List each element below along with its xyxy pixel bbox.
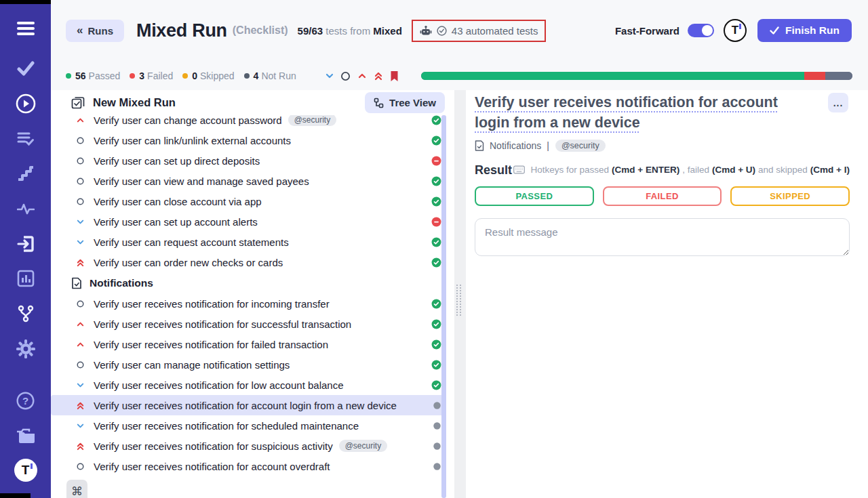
status-passed-icon xyxy=(431,257,441,268)
priority-higher-icon xyxy=(75,257,85,268)
test-plans-list-icon[interactable] xyxy=(0,127,51,150)
app-window: ? T « Runs Mixed Run (Checklist) 59/63 t… xyxy=(0,0,868,498)
test-row[interactable]: Verify user can order new checks or card… xyxy=(51,252,446,272)
test-title: Verify user can set up direct deposits xyxy=(94,155,260,167)
test-title: Verify user receives notification for su… xyxy=(94,440,333,452)
run-pane-header: New Mixed Run Tree View xyxy=(51,90,450,115)
test-row[interactable]: Verify user can link/unlink external acc… xyxy=(51,130,446,150)
test-list: Verify user can change account password@… xyxy=(51,115,446,498)
test-title: Verify user can request account statemen… xyxy=(94,236,289,248)
priority-normal-icon xyxy=(75,177,85,186)
status-notrun-icon xyxy=(433,442,441,451)
test-row[interactable]: Verify user receives notification for su… xyxy=(51,314,446,334)
priority-normal-icon xyxy=(75,157,85,165)
circle-check-icon xyxy=(437,26,447,36)
tests-check-icon[interactable] xyxy=(0,57,51,80)
account-logo-button[interactable]: T xyxy=(724,19,747,42)
status-notrun-icon xyxy=(433,421,441,430)
priority-normal-icon xyxy=(75,136,85,145)
projects-folder-icon[interactable] xyxy=(0,424,51,447)
run-name: New Mixed Run xyxy=(93,96,176,109)
back-to-runs-button[interactable]: « Runs xyxy=(66,20,124,42)
section-row[interactable]: Notifications xyxy=(51,272,446,293)
skipped-button[interactable]: SKIPPED xyxy=(730,186,850,206)
test-row[interactable]: Verify user receives notification for su… xyxy=(51,436,446,456)
bookmark-filter-icon[interactable] xyxy=(387,69,402,83)
hotkeys-command-button[interactable]: ⌘ xyxy=(66,480,87,498)
run-type-label: (Checklist) xyxy=(233,24,288,37)
breadcrumb-separator: | xyxy=(547,140,549,151)
status-passed-icon xyxy=(431,237,441,247)
hamburger-menu-icon[interactable] xyxy=(0,17,51,40)
test-detail-meta: Notifications | @security xyxy=(475,140,606,152)
branches-git-icon[interactable] xyxy=(0,302,51,325)
finish-run-label: Finish Run xyxy=(785,24,840,37)
test-row[interactable]: Verify user can view and manage saved pa… xyxy=(51,171,446,191)
result-header: Result Hotkeys for passed (Cmd + ENTER) … xyxy=(475,163,850,178)
result-message-input[interactable] xyxy=(475,218,850,256)
test-title: Verify user receives notification for sc… xyxy=(94,420,359,432)
double-chevron-up-filter-icon[interactable] xyxy=(371,69,386,83)
test-row[interactable]: Verify user can change account password@… xyxy=(51,115,446,130)
finish-run-button[interactable]: Finish Run xyxy=(757,19,852,42)
progress-segment-passed xyxy=(421,72,805,80)
circle-filter-icon[interactable] xyxy=(338,69,353,83)
chevron-up-filter-icon[interactable] xyxy=(355,69,370,83)
test-row[interactable]: Verify user can set up account alerts xyxy=(51,211,446,232)
pane-resize-handle[interactable] xyxy=(452,90,468,498)
double-chevron-left-icon: « xyxy=(77,24,83,37)
hotkey-skipped: (Cmd + I) xyxy=(810,165,850,175)
priority-normal-icon xyxy=(75,360,85,369)
settings-gear-icon[interactable] xyxy=(0,337,51,360)
skipped-dot xyxy=(182,73,188,79)
test-row[interactable]: Verify user receives notification for ac… xyxy=(51,456,446,476)
test-row[interactable]: Verify user receives notification for ac… xyxy=(51,395,446,415)
import-box-icon[interactable] xyxy=(0,232,51,255)
top-header-bar: « Runs Mixed Run (Checklist) 59/63 tests… xyxy=(51,0,868,90)
test-title: Verify user receives notification for ac… xyxy=(94,400,397,411)
test-row[interactable]: Verify user can manage notification sett… xyxy=(51,354,446,375)
list-scrollbar[interactable] xyxy=(441,115,446,498)
status-failed-icon xyxy=(431,156,441,166)
priority-high-icon xyxy=(75,320,85,329)
status-failed-icon xyxy=(431,217,441,227)
priority-higher-icon xyxy=(75,400,85,411)
test-row[interactable]: Verify user receives notification for lo… xyxy=(51,375,446,395)
passed-button[interactable]: PASSED xyxy=(475,186,594,206)
notrun-dot xyxy=(244,73,250,79)
hotkey-passed: (Cmd + ENTER) xyxy=(612,165,679,175)
test-row[interactable]: Verify user receives notification for fa… xyxy=(51,334,446,354)
fast-forward-toggle[interactable] xyxy=(688,24,714,37)
priority-low-icon xyxy=(75,421,85,430)
failed-button[interactable]: FAILED xyxy=(603,186,722,206)
test-row[interactable]: Verify user can set up direct deposits xyxy=(51,150,446,171)
status-passed-icon xyxy=(431,115,441,125)
analytics-pulse-icon[interactable] xyxy=(0,197,51,220)
test-row[interactable]: Verify user can close account via app xyxy=(51,191,446,211)
help-question-icon[interactable]: ? xyxy=(0,389,51,412)
priority-low-icon xyxy=(75,381,85,390)
reports-chart-icon[interactable] xyxy=(0,267,51,290)
automated-tests-badge[interactable]: 43 automated tests xyxy=(412,20,547,42)
priority-high-icon xyxy=(75,116,85,125)
test-row[interactable]: Verify user can request account statemen… xyxy=(51,232,446,252)
svg-text:?: ? xyxy=(22,395,28,407)
test-row[interactable]: Verify user receives notification for sc… xyxy=(51,415,446,436)
milestones-steps-icon[interactable] xyxy=(0,162,51,185)
testomat-logo[interactable]: T xyxy=(0,459,51,482)
status-passed-icon xyxy=(431,176,441,186)
suite-breadcrumb[interactable]: Notifications xyxy=(490,140,541,151)
runs-play-icon[interactable] xyxy=(0,92,51,115)
tree-view-label: Tree View xyxy=(389,97,436,108)
more-actions-button[interactable]: ... xyxy=(828,93,848,112)
test-row[interactable]: Verify user receives notification for in… xyxy=(51,293,446,314)
progress-segment-failed xyxy=(804,72,825,80)
tree-view-button[interactable]: Tree View xyxy=(365,92,445,113)
status-passed-icon xyxy=(431,319,441,329)
document-icon xyxy=(71,277,82,289)
chevron-down-filter-icon[interactable] xyxy=(322,69,337,83)
test-detail-panel: Verify user receives notification for ac… xyxy=(468,90,868,498)
skipped-counter: 0Skipped xyxy=(182,70,234,81)
test-detail-title: Verify user receives notification for ac… xyxy=(475,92,814,133)
checklist-icon xyxy=(71,96,85,110)
